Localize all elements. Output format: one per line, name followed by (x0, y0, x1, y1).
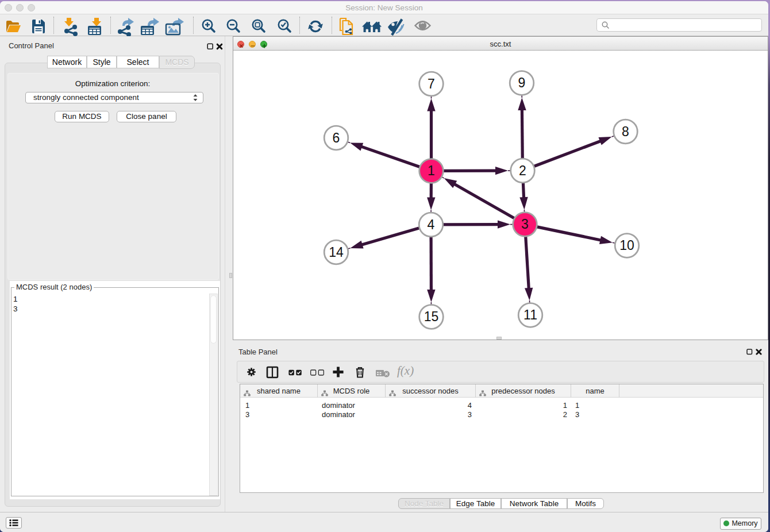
svg-text:10: 10 (619, 238, 634, 253)
svg-text:7: 7 (428, 76, 435, 91)
svg-text:15: 15 (424, 309, 439, 324)
svg-text:11: 11 (523, 307, 537, 322)
svg-text:2: 2 (519, 163, 526, 178)
svg-text:4: 4 (428, 217, 435, 232)
svg-text:6: 6 (333, 130, 340, 145)
svg-text:1: 1 (428, 163, 435, 178)
svg-text:14: 14 (329, 245, 344, 260)
svg-text:8: 8 (622, 124, 629, 139)
svg-text:9: 9 (518, 75, 526, 90)
svg-text:3: 3 (521, 217, 529, 232)
